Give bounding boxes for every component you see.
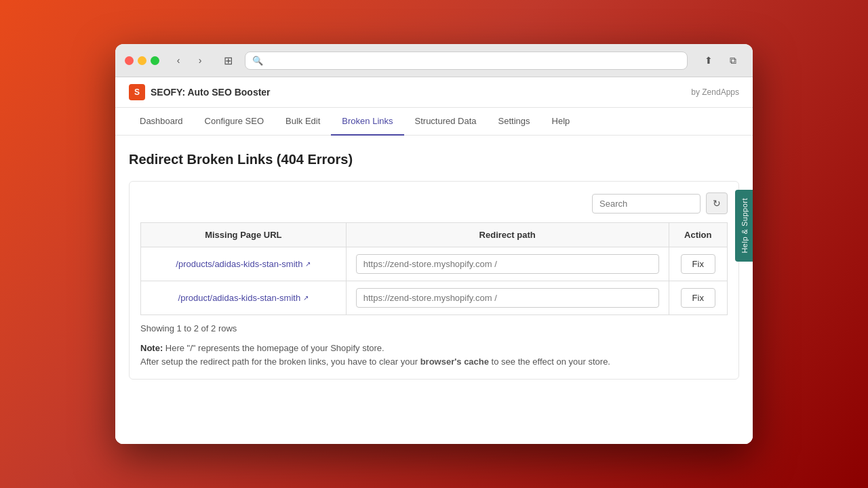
search-row: ↻	[140, 192, 728, 214]
page-body: Redirect Broken Links (404 Errors) ↻ Mis…	[115, 136, 753, 444]
broken-links-table: Missing Page URL Redirect path Action /p…	[140, 222, 728, 315]
app-header: S SEOFY: Auto SEO Booster by ZendApps	[115, 77, 753, 108]
tab-bulk-edit[interactable]: Bulk Edit	[275, 108, 331, 136]
tab-structured-data[interactable]: Structured Data	[404, 108, 488, 136]
showing-rows-text: Showing 1 to 2 of 2 rows	[140, 323, 728, 333]
maximize-button[interactable]	[151, 56, 159, 65]
missing-url-cell-2: /product/adidas-kids-stan-smith ↗	[141, 281, 347, 315]
sidebar-toggle-button[interactable]: ⊞	[218, 51, 238, 70]
new-tab-button[interactable]: ⧉	[723, 51, 743, 70]
app-title: SEOFY: Auto SEO Booster	[151, 87, 271, 98]
redirect-path-cell-1	[346, 247, 669, 281]
tab-help[interactable]: Help	[541, 108, 581, 136]
missing-url-link-2[interactable]: /product/adidas-kids-stan-smith ↗	[178, 293, 309, 303]
nav-buttons: ‹ ›	[169, 51, 210, 70]
missing-url-text-1: /products/adidas-kids-stan-smith	[176, 259, 302, 269]
app-logo-icon: S	[129, 84, 145, 100]
fix-button-1[interactable]: Fix	[681, 254, 715, 274]
refresh-button[interactable]: ↻	[706, 192, 728, 214]
missing-url-link-1[interactable]: /products/adidas-kids-stan-smith ↗	[176, 259, 311, 269]
page-title: Redirect Broken Links (404 Errors)	[129, 152, 739, 167]
help-support-label: Help & Support	[741, 198, 749, 253]
browser-actions: ⬆ ⧉	[698, 51, 743, 70]
table-row: /product/adidas-kids-stan-smith ↗ Fix	[141, 281, 728, 315]
help-support-button[interactable]: Help & Support	[735, 190, 753, 262]
traffic-lights	[125, 56, 159, 65]
address-bar: 🔍	[245, 52, 688, 70]
missing-url-cell-1: /products/adidas-kids-stan-smith ↗	[141, 247, 347, 281]
forward-button[interactable]: ›	[191, 51, 210, 70]
note-section: Note: Here "/" represents the homepage o…	[140, 342, 728, 368]
tab-broken-links[interactable]: Broken Links	[331, 108, 403, 136]
browser-window: ‹ › ⊞ 🔍 ⬆ ⧉ S SEOFY: Auto SEO Booster by…	[115, 44, 753, 444]
external-link-icon-1: ↗	[305, 260, 311, 268]
fix-button-2[interactable]: Fix	[681, 288, 715, 308]
browser-titlebar: ‹ › ⊞ 🔍 ⬆ ⧉	[115, 44, 753, 77]
note-label: Note:	[140, 343, 163, 353]
action-cell-1: Fix	[669, 247, 728, 281]
note-text1: Here "/" represents the homepage of your…	[163, 343, 384, 353]
tab-dashboard[interactable]: Dashboard	[129, 108, 194, 136]
redirect-input-1[interactable]	[356, 254, 659, 274]
close-button[interactable]	[125, 56, 134, 65]
search-icon: 🔍	[252, 56, 263, 66]
tab-configure-seo[interactable]: Configure SEO	[194, 108, 275, 136]
col-action: Action	[669, 223, 728, 247]
redirect-input-2[interactable]	[356, 288, 659, 308]
minimize-button[interactable]	[138, 56, 146, 65]
address-input[interactable]	[267, 56, 680, 66]
note-text2: After setup the redirect path for the br…	[140, 357, 420, 367]
missing-url-text-2: /product/adidas-kids-stan-smith	[178, 293, 301, 303]
tab-settings[interactable]: Settings	[488, 108, 541, 136]
share-button[interactable]: ⬆	[698, 51, 719, 70]
content-card: ↻ Missing Page URL Redirect path Action	[129, 181, 739, 380]
col-redirect-path: Redirect path	[346, 223, 669, 247]
back-button[interactable]: ‹	[169, 51, 188, 70]
app-vendor: by ZendApps	[691, 87, 739, 97]
nav-tabs: Dashboard Configure SEO Bulk Edit Broken…	[115, 108, 753, 136]
redirect-path-cell-2	[346, 281, 669, 315]
note-bold-text: browser's cache	[420, 357, 489, 367]
app-brand: S SEOFY: Auto SEO Booster	[129, 84, 271, 100]
external-link-icon-2: ↗	[303, 294, 309, 302]
action-cell-2: Fix	[669, 281, 728, 315]
table-row: /products/adidas-kids-stan-smith ↗ Fix	[141, 247, 728, 281]
browser-content: S SEOFY: Auto SEO Booster by ZendApps Da…	[115, 77, 753, 444]
search-input[interactable]	[592, 194, 701, 214]
note-text3: to see the effect on your store.	[489, 357, 610, 367]
col-missing-url: Missing Page URL	[141, 223, 347, 247]
